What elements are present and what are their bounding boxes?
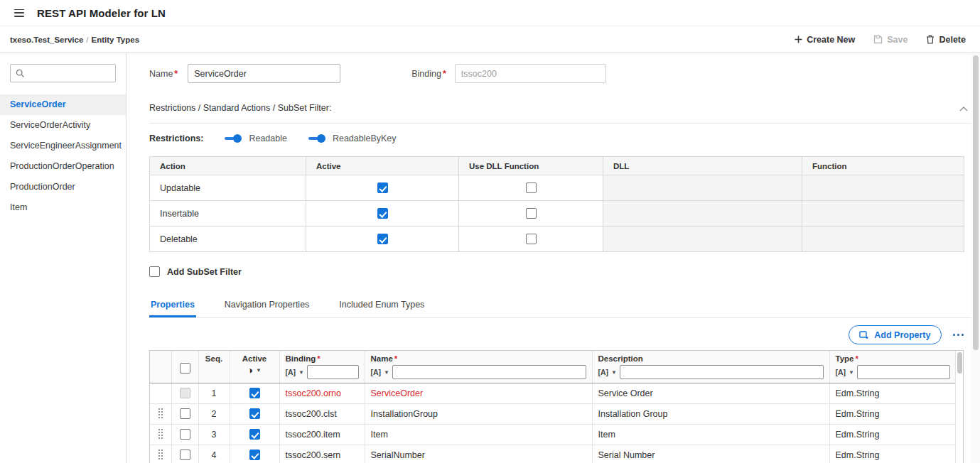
active-checkbox[interactable]: [249, 388, 260, 398]
sidebar-item-item[interactable]: Item: [0, 197, 126, 218]
active-checkbox[interactable]: [377, 234, 388, 244]
row-select-checkbox[interactable]: [180, 408, 190, 419]
active-cell: [230, 403, 279, 424]
tab-bar: Properties Navigation Properties Include…: [149, 297, 972, 318]
breadcrumb: txeso.Test_Service/Entity Types: [10, 36, 139, 44]
dll-cell: [603, 227, 802, 252]
add-subset-filter-label: Add SubSet Filter: [167, 267, 242, 277]
sidebar-item-serviceorder[interactable]: ServiceOrder: [0, 94, 126, 115]
page-scrollbar-thumb[interactable]: [973, 55, 979, 350]
row-select-cell: [171, 424, 198, 445]
chevron-down-icon[interactable]: ▼: [256, 367, 262, 374]
description-filter-type[interactable]: [A]: [598, 368, 609, 376]
name-column-header: Name* [A]▼: [365, 351, 592, 383]
breadcrumb-separator: /: [83, 36, 91, 44]
sidebar-item-productionorderoperation[interactable]: ProductionOrderOperation: [0, 156, 126, 177]
select-all-checkbox[interactable]: [180, 363, 190, 374]
active-checkbox[interactable]: [249, 408, 260, 419]
use-dll-cell: [459, 175, 603, 201]
row-select-checkbox[interactable]: [180, 429, 190, 440]
sidebar-item-serviceengineerassignment[interactable]: ServiceEngineerAssignment: [0, 136, 126, 156]
action-row-deletable: Deletable: [150, 227, 964, 252]
readablebykey-toggle-label: ReadableByKey: [333, 134, 397, 143]
description-cell: Serial Number: [592, 445, 829, 463]
main-panel: Name* Binding* Restrictions / Standard A…: [126, 53, 980, 463]
binding-filter-input[interactable]: [307, 365, 359, 379]
row-select-cell: [171, 445, 198, 463]
add-property-row: Add Property: [149, 325, 972, 344]
active-column-header: Active: [306, 157, 459, 175]
active-checkbox[interactable]: [377, 183, 388, 193]
chevron-down-icon[interactable]: ▼: [849, 369, 854, 376]
drag-handle-icon[interactable]: [158, 449, 163, 459]
binding-filter-type[interactable]: [A]: [286, 368, 296, 376]
chevron-down-icon[interactable]: ▼: [384, 369, 389, 376]
more-options-button[interactable]: [952, 331, 966, 339]
add-subset-filter-checkbox[interactable]: [149, 266, 160, 277]
table-scrollbar-thumb[interactable]: [957, 352, 962, 374]
function-cell: [802, 227, 964, 252]
drag-cell: [150, 424, 171, 445]
delete-button[interactable]: Delete: [926, 35, 966, 45]
chevron-down-icon[interactable]: ▼: [611, 369, 617, 376]
save-icon: [873, 35, 883, 44]
menu-icon[interactable]: [14, 9, 24, 17]
description-cell: Item: [592, 424, 829, 445]
name-cell: ServiceOrder: [365, 383, 592, 403]
active-cell: [230, 445, 279, 463]
search-input[interactable]: [10, 64, 116, 82]
top-bar: REST API Modeler for LN: [0, 0, 980, 26]
property-row: 2tssoc200.clstInstallationGroupInstallat…: [150, 403, 956, 424]
select-all-cell: [171, 351, 198, 383]
name-filter-type[interactable]: [A]: [371, 368, 382, 376]
seq-cell: 2: [198, 403, 230, 424]
properties-table-wrap: Seq. Active ◑▼ Binding* [A]▼: [149, 350, 964, 463]
name-cell: Item: [365, 424, 592, 445]
description-filter-input[interactable]: [620, 365, 824, 379]
table-scrollbar[interactable]: [955, 351, 963, 463]
breadcrumb-service[interactable]: txeso.Test_Service: [10, 36, 83, 44]
use-dll-checkbox[interactable]: [526, 183, 537, 193]
type-filter-input[interactable]: [857, 365, 950, 379]
collapse-section-button[interactable]: [955, 100, 972, 116]
sidebar-list: ServiceOrderServiceOrderActivityServiceE…: [0, 94, 126, 218]
readable-toggle[interactable]: [225, 134, 242, 143]
create-new-label: Create New: [807, 35, 855, 45]
name-field[interactable]: [188, 64, 340, 83]
property-row: 4tssoc200.sernSerialNumberSerial NumberE…: [150, 445, 956, 463]
drag-handle-icon[interactable]: [158, 408, 163, 418]
active-checkbox[interactable]: [249, 429, 260, 440]
action-column-header: Action: [150, 157, 306, 175]
page-scrollbar[interactable]: [971, 53, 980, 463]
sidebar-item-serviceorderactivity[interactable]: ServiceOrderActivity: [0, 115, 126, 136]
actions-header-row: Action Active Use DLL Function DLL Funct…: [150, 157, 964, 175]
restrictions-section-header: Restrictions / Standard Actions / SubSet…: [149, 100, 972, 116]
sidebar-item-productionorder[interactable]: ProductionOrder: [0, 177, 126, 197]
seq-column-header: Seq.: [198, 351, 230, 383]
properties-table-body: 1tssoc200.ornoServiceOrderService OrderE…: [150, 383, 956, 463]
active-checkbox[interactable]: [377, 208, 388, 219]
action-row-updatable: Updatable: [150, 175, 964, 201]
row-select-checkbox[interactable]: [180, 450, 190, 460]
name-filter-input[interactable]: [392, 365, 586, 379]
active-filter-icon[interactable]: ◑: [247, 365, 253, 376]
use-dll-checkbox[interactable]: [526, 234, 537, 244]
breadcrumb-current: Entity Types: [92, 36, 140, 44]
row-select-checkbox: [180, 388, 190, 398]
create-new-button[interactable]: Create New: [795, 35, 855, 45]
description-column-header: Description [A]▼: [592, 351, 829, 383]
type-filter-type[interactable]: [A]: [836, 368, 846, 376]
tab-navigation-properties[interactable]: Navigation Properties: [223, 297, 311, 317]
actions-table-body: UpdatableInsertableDeletable: [150, 175, 964, 252]
use-dll-cell: [459, 201, 603, 227]
add-property-button[interactable]: Add Property: [849, 325, 941, 344]
tab-properties[interactable]: Properties: [149, 297, 196, 317]
readable-toggle-label: Readable: [249, 134, 287, 143]
tab-included-enum-types[interactable]: Included Enum Types: [338, 297, 426, 317]
active-checkbox[interactable]: [249, 450, 260, 460]
readablebykey-toggle[interactable]: [308, 134, 325, 143]
chevron-down-icon[interactable]: ▼: [298, 369, 304, 376]
use-dll-checkbox[interactable]: [526, 208, 537, 219]
drag-handle-icon[interactable]: [158, 428, 163, 439]
save-button[interactable]: Save: [873, 35, 908, 45]
